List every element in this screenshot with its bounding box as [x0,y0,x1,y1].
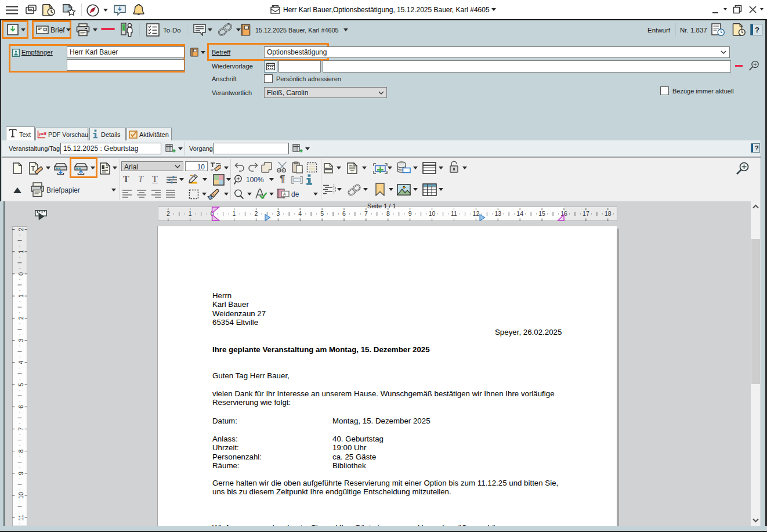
svg-text:A: A [283,192,286,196]
svg-text:1: 1 [233,210,236,217]
svg-text:5: 5 [320,210,324,217]
svg-text:5: 5 [17,383,24,386]
svg-text:pdf: pdf [39,131,47,136]
svg-text:9: 9 [17,472,24,475]
svg-text:14: 14 [516,210,523,217]
svg-text:10: 10 [17,492,24,499]
svg-text:6: 6 [17,405,24,408]
svg-text:18: 18 [605,210,612,217]
svg-text:1: 1 [17,250,24,254]
svg-text:8: 8 [386,210,390,217]
svg-text:13: 13 [494,210,501,217]
svg-text:7: 7 [17,427,24,430]
svg-text:1: 1 [17,294,24,298]
svg-text:8: 8 [17,450,24,453]
svg-text:17: 17 [583,210,589,217]
svg-text:9: 9 [408,210,412,217]
svg-text:11: 11 [17,515,24,521]
svg-text:7: 7 [364,210,368,217]
svg-text:4: 4 [298,210,302,217]
svg-text:12: 12 [473,210,480,217]
svg-text:3: 3 [17,339,24,342]
svg-text:15: 15 [538,210,545,217]
svg-text:4: 4 [17,361,24,364]
svg-text:3: 3 [276,210,280,217]
svg-text:2: 2 [254,210,258,217]
svg-text:11: 11 [451,210,457,217]
svg-text:2: 2 [167,210,170,217]
svg-text:10: 10 [429,210,436,217]
svg-text:0: 0 [17,272,24,276]
svg-text:2: 2 [17,228,24,231]
svg-text:1: 1 [189,210,192,217]
svg-text:2: 2 [17,316,24,320]
svg-text:6: 6 [342,210,346,217]
